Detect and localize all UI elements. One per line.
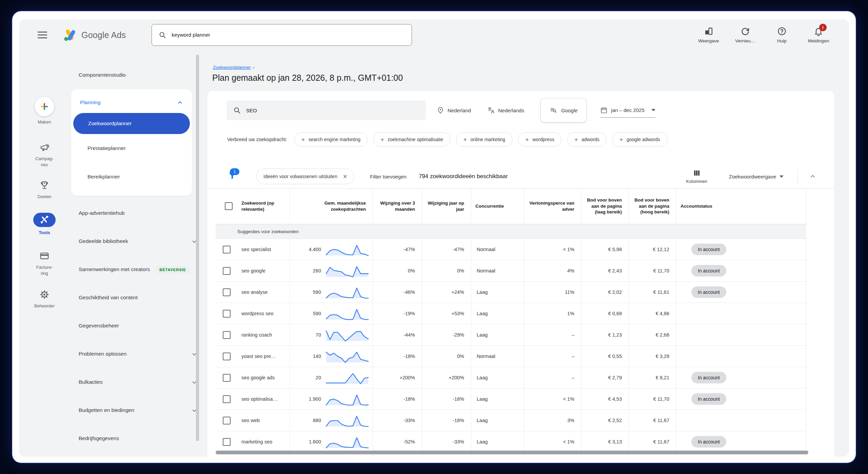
- broaden-chip-search-engine-marketing[interactable]: +search engine marketing: [294, 132, 368, 147]
- sidebar-item-componentenstudio[interactable]: Componentenstudio: [70, 66, 212, 84]
- rail-item-tools[interactable]: Tools: [19, 213, 70, 236]
- select-all-checkbox[interactable]: [225, 202, 233, 210]
- sidebar-item-gedeelde-bibliotheek[interactable]: Gedeelde bibliotheek: [70, 227, 212, 255]
- top-of-page-bid-low-cell: € 2,52: [581, 410, 629, 431]
- account-status-cell: In account: [676, 260, 806, 282]
- row-checkbox[interactable]: [223, 417, 231, 424]
- rail-item-facture-ring[interactable]: Facture- ring: [19, 250, 70, 277]
- breadcrumb-link[interactable]: Zoekwoordplanner: [213, 65, 251, 70]
- active-filter-chip[interactable]: Ideeën voor volwassenen uitsluiten ✕: [256, 169, 354, 184]
- yoy-change-cell: -29%: [422, 324, 471, 346]
- broaden-chip-online-marketing[interactable]: +online marketing: [456, 132, 512, 147]
- broaden-chip-google-adwords[interactable]: +google adwords: [612, 132, 667, 147]
- broaden-chip-zoekmachine-optimalisatie[interactable]: +zoekmachine optimalisatie: [373, 132, 450, 147]
- keyword-cell: marketing seo: [237, 431, 290, 453]
- column-header-wijziging-over-3-maanden[interactable]: Wijziging over 3 maanden: [373, 188, 422, 224]
- top-of-page-bid-low-cell: € 5,98: [581, 239, 629, 260]
- topbar-action-meldingen[interactable]: !Meldingen: [800, 26, 837, 43]
- columns-button[interactable]: Kolommen: [686, 169, 707, 184]
- date-range-value: jan – dec 2025: [611, 107, 644, 113]
- topbar-action-vernieu[interactable]: Vernieu…: [727, 26, 764, 43]
- topbar-action-label: Weergave: [698, 38, 719, 43]
- sidebar-item-label: Geschiktheid van content: [79, 294, 138, 301]
- keyword-cell: seo web: [237, 410, 290, 431]
- column-header-vertoningsperce-van-adver[interactable]: Vertoningsperce van adver: [524, 188, 581, 224]
- row-checkbox[interactable]: [223, 288, 231, 296]
- topbar-action-hulp[interactable]: Hulp: [764, 26, 800, 43]
- sidebar-item-zoekwoordplanner[interactable]: Zoekwoordplanner: [73, 113, 190, 134]
- row-checkbox[interactable]: [223, 353, 231, 360]
- top-of-page-bid-high-cell: € 11,70: [629, 388, 676, 410]
- rail-item-beheerder[interactable]: Beheerder: [19, 289, 70, 309]
- sidebar-item-geschiktheid-van-content[interactable]: Geschiktheid van content: [70, 284, 212, 312]
- close-icon[interactable]: ✕: [343, 173, 347, 180]
- keyword-text: marketing seo: [241, 439, 272, 444]
- row-checkbox[interactable]: [223, 310, 231, 318]
- account-status-cell: In account: [676, 367, 806, 388]
- monthly-searches-value: 4.400: [309, 247, 321, 252]
- search-network-icon: [550, 107, 557, 114]
- keyword-cell: seo specialist: [237, 239, 290, 260]
- collapse-panel-button[interactable]: [808, 171, 818, 182]
- sidebar-item-label: Problemen oplossen: [79, 350, 126, 358]
- rail-item-campag-nes[interactable]: Campag- nes: [19, 141, 70, 168]
- keyword-text: seo google: [241, 268, 265, 273]
- notification-badge: !: [819, 24, 827, 31]
- yoy-change-cell: -18%: [422, 410, 471, 431]
- column-header-bod-voor-boven-aan-de-pagina-laag-bereik[interactable]: Bod voor boven aan de pagina (laag berei…: [581, 188, 629, 224]
- filter-funnel-button[interactable]: 1: [228, 171, 238, 182]
- rail-item-doelen[interactable]: Doelen: [19, 179, 70, 200]
- status-badge: In account: [691, 286, 726, 298]
- rail-item-maken[interactable]: Maken: [19, 97, 70, 125]
- sidebar-item-label: Bedrijfsgegevens: [79, 435, 119, 442]
- sidebar-item-bereikplanner[interactable]: Bereikplanner: [71, 163, 192, 191]
- brand[interactable]: Google Ads: [62, 28, 126, 42]
- keyword-view-dropdown[interactable]: Zoekwoordweergave: [729, 174, 784, 179]
- sidebar-item-bulkacties[interactable]: Bulkacties: [70, 368, 212, 396]
- sidebar-item-problemen-oplossen[interactable]: Problemen oplossen: [70, 340, 212, 368]
- global-search-input[interactable]: keyword planner: [152, 24, 412, 46]
- row-checkbox[interactable]: [223, 374, 231, 382]
- column-header-wijziging-jaar-op-jaar[interactable]: Wijziging jaar op jaar: [422, 188, 471, 224]
- page-title: Plan gemaakt op jan 28, 2026, 8 p.m., GM…: [212, 73, 403, 83]
- language-selector[interactable]: Nederlands: [487, 107, 524, 114]
- column-header-zoekwoord-op-relevantie[interactable]: Zoekwoord (op relevantie): [237, 188, 290, 224]
- sidebar-item-app-advertentiehub[interactable]: App-advertentiehub: [70, 199, 212, 227]
- sidebar-item-gegevensbeheer[interactable]: Gegevensbeheer: [70, 312, 212, 340]
- column-header-concurrentie[interactable]: Concurrentie: [471, 188, 524, 224]
- sidebar-item-prestatieplanner[interactable]: Prestatieplanner: [71, 134, 192, 163]
- horizontal-scrollbar[interactable]: [216, 451, 808, 454]
- sidebar-item-samenwerkingen-met-creators[interactable]: Samenwerkingen met creatorsBÈTAVERSIE: [70, 255, 212, 284]
- impression-share-cell: –: [524, 346, 581, 367]
- main-menu-button[interactable]: [37, 29, 48, 41]
- column-header-gem-maandelijkse-zoekopdrachten[interactable]: Gem. maandelijkse zoekopdrachten: [290, 188, 373, 224]
- column-header-bod-voor-boven-aan-de-pagina-hoog-bereik[interactable]: Bod voor boven aan de pagina (hoog berei…: [629, 188, 676, 224]
- column-header-select[interactable]: [216, 188, 237, 224]
- status-badge: In account: [691, 244, 726, 255]
- column-header-accountstatus[interactable]: Accountstatus: [676, 188, 806, 224]
- row-checkbox[interactable]: [223, 267, 231, 275]
- row-checkbox[interactable]: [223, 331, 231, 339]
- topbar-action-weergave[interactable]: Weergave: [690, 26, 727, 43]
- sidebar-scrollbar[interactable]: [196, 55, 199, 441]
- add-filter-button[interactable]: Filter toevoegen: [370, 174, 407, 179]
- row-checkbox[interactable]: [223, 395, 231, 403]
- monthly-searches-value: 260: [313, 268, 321, 273]
- row-checkbox[interactable]: [223, 438, 231, 446]
- row-checkbox[interactable]: [223, 246, 231, 253]
- top-of-page-bid-high-cell: € 8,21: [629, 367, 676, 388]
- impression-share-cell: 4%: [524, 260, 581, 282]
- sidebar-item-bedrijfsgegevens[interactable]: Bedrijfsgegevens: [70, 424, 212, 453]
- keyword-search-input[interactable]: SEO: [226, 100, 426, 120]
- network-selector[interactable]: Google: [540, 98, 587, 122]
- competition-cell: Laag: [471, 282, 524, 303]
- row-checkbox-cell: [216, 367, 237, 388]
- rail-item-label: Tools: [39, 230, 50, 236]
- row-checkbox-cell: [216, 324, 237, 346]
- location-selector[interactable]: Nederland: [437, 107, 471, 114]
- broaden-chip-wordpress[interactable]: +wordpress: [518, 132, 561, 147]
- date-range-selector[interactable]: jan – dec 2025: [600, 103, 655, 118]
- broaden-chip-adwords[interactable]: +adwords: [567, 132, 607, 147]
- sidebar-item-budgetten-en-biedingen[interactable]: Budgetten en biedingen: [70, 396, 212, 424]
- sidebar-group-planning[interactable]: Planning: [71, 95, 192, 110]
